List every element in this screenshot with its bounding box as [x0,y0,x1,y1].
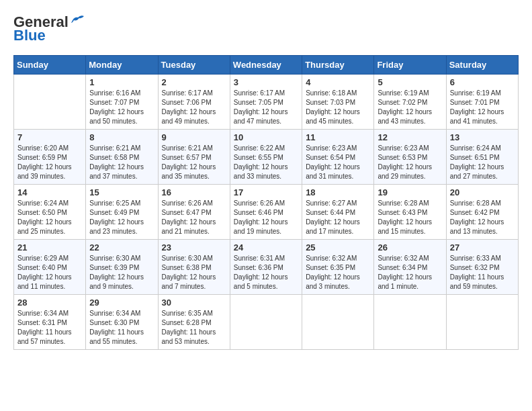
calendar-cell: 27Sunrise: 6:33 AM Sunset: 6:32 PM Dayli… [446,240,518,295]
calendar-cell: 8Sunrise: 6:21 AM Sunset: 6:58 PM Daylig… [86,130,158,185]
calendar-cell: 18Sunrise: 6:27 AM Sunset: 6:44 PM Dayli… [302,185,374,240]
day-info: Sunrise: 6:17 AM Sunset: 7:05 PM Dayligh… [234,89,298,126]
day-info: Sunrise: 6:24 AM Sunset: 6:50 PM Dayligh… [17,199,82,236]
day-number: 29 [89,298,154,308]
column-header-tuesday: Tuesday [158,56,230,75]
calendar-cell: 12Sunrise: 6:23 AM Sunset: 6:53 PM Dayli… [374,130,446,185]
calendar-cell: 20Sunrise: 6:28 AM Sunset: 6:42 PM Dayli… [446,185,518,240]
calendar-cell: 6Sunrise: 6:19 AM Sunset: 7:01 PM Daylig… [446,75,518,130]
day-number: 14 [17,187,82,197]
calendar-cell: 11Sunrise: 6:23 AM Sunset: 6:54 PM Dayli… [302,130,374,185]
calendar-cell: 2Sunrise: 6:17 AM Sunset: 7:06 PM Daylig… [158,75,230,130]
day-info: Sunrise: 6:28 AM Sunset: 6:43 PM Dayligh… [378,199,442,236]
day-number: 2 [162,77,226,87]
day-info: Sunrise: 6:18 AM Sunset: 7:03 PM Dayligh… [306,89,370,126]
calendar-cell: 7Sunrise: 6:20 AM Sunset: 6:59 PM Daylig… [14,130,86,185]
calendar-cell: 1Sunrise: 6:16 AM Sunset: 7:07 PM Daylig… [86,75,158,130]
calendar-cell [230,295,302,350]
calendar-table: SundayMondayTuesdayWednesdayThursdayFrid… [13,55,519,350]
day-info: Sunrise: 6:34 AM Sunset: 6:31 PM Dayligh… [17,309,82,347]
day-info: Sunrise: 6:19 AM Sunset: 7:02 PM Dayligh… [378,89,442,126]
day-info: Sunrise: 6:32 AM Sunset: 6:34 PM Dayligh… [378,254,442,291]
calendar-cell: 9Sunrise: 6:21 AM Sunset: 6:57 PM Daylig… [158,130,230,185]
calendar-cell: 24Sunrise: 6:31 AM Sunset: 6:36 PM Dayli… [230,240,302,295]
calendar-cell: 10Sunrise: 6:22 AM Sunset: 6:55 PM Dayli… [230,130,302,185]
day-info: Sunrise: 6:24 AM Sunset: 6:51 PM Dayligh… [450,144,515,181]
day-number: 8 [89,132,154,142]
calendar-week-5: 28Sunrise: 6:34 AM Sunset: 6:31 PM Dayli… [14,295,519,350]
calendar-cell [446,295,518,350]
logo-bird-icon [70,13,85,26]
day-number: 25 [306,242,370,253]
column-header-saturday: Saturday [446,56,518,75]
day-info: Sunrise: 6:21 AM Sunset: 6:58 PM Dayligh… [89,144,154,181]
day-number: 12 [378,132,442,142]
column-header-thursday: Thursday [302,56,374,75]
day-info: Sunrise: 6:23 AM Sunset: 6:54 PM Dayligh… [306,144,370,181]
day-number: 20 [450,187,515,197]
calendar-cell: 25Sunrise: 6:32 AM Sunset: 6:35 PM Dayli… [302,240,374,295]
calendar-cell [374,295,446,350]
day-info: Sunrise: 6:27 AM Sunset: 6:44 PM Dayligh… [306,199,370,236]
day-number: 13 [450,132,515,142]
calendar-week-4: 21Sunrise: 6:29 AM Sunset: 6:40 PM Dayli… [14,240,519,295]
column-header-friday: Friday [374,56,446,75]
logo: General Blue [13,13,85,44]
calendar-cell: 30Sunrise: 6:35 AM Sunset: 6:28 PM Dayli… [158,295,230,350]
day-number: 30 [162,298,226,308]
day-number: 18 [306,187,370,197]
day-number: 1 [89,77,154,87]
day-info: Sunrise: 6:32 AM Sunset: 6:35 PM Dayligh… [306,254,370,291]
day-info: Sunrise: 6:23 AM Sunset: 6:53 PM Dayligh… [378,144,442,181]
day-number: 23 [162,242,226,253]
day-info: Sunrise: 6:16 AM Sunset: 7:07 PM Dayligh… [89,89,154,126]
day-info: Sunrise: 6:29 AM Sunset: 6:40 PM Dayligh… [17,254,82,291]
day-info: Sunrise: 6:30 AM Sunset: 6:39 PM Dayligh… [89,254,154,291]
day-number: 16 [162,187,226,197]
day-info: Sunrise: 6:28 AM Sunset: 6:42 PM Dayligh… [450,199,515,236]
calendar-cell: 15Sunrise: 6:25 AM Sunset: 6:49 PM Dayli… [86,185,158,240]
calendar-week-2: 7Sunrise: 6:20 AM Sunset: 6:59 PM Daylig… [14,130,519,185]
day-info: Sunrise: 6:35 AM Sunset: 6:28 PM Dayligh… [162,309,226,347]
calendar-cell: 13Sunrise: 6:24 AM Sunset: 6:51 PM Dayli… [446,130,518,185]
calendar-cell: 23Sunrise: 6:30 AM Sunset: 6:38 PM Dayli… [158,240,230,295]
day-info: Sunrise: 6:19 AM Sunset: 7:01 PM Dayligh… [450,89,515,126]
day-number: 22 [89,242,154,253]
calendar-cell: 21Sunrise: 6:29 AM Sunset: 6:40 PM Dayli… [14,240,86,295]
day-info: Sunrise: 6:20 AM Sunset: 6:59 PM Dayligh… [17,144,82,181]
column-header-wednesday: Wednesday [230,56,302,75]
day-number: 17 [234,187,298,197]
day-info: Sunrise: 6:21 AM Sunset: 6:57 PM Dayligh… [162,144,226,181]
day-info: Sunrise: 6:22 AM Sunset: 6:55 PM Dayligh… [234,144,298,181]
calendar-week-3: 14Sunrise: 6:24 AM Sunset: 6:50 PM Dayli… [14,185,519,240]
day-info: Sunrise: 6:26 AM Sunset: 6:46 PM Dayligh… [234,199,298,236]
calendar-header-row: SundayMondayTuesdayWednesdayThursdayFrid… [14,56,519,75]
day-number: 28 [17,298,82,308]
calendar-cell: 22Sunrise: 6:30 AM Sunset: 6:39 PM Dayli… [86,240,158,295]
day-info: Sunrise: 6:33 AM Sunset: 6:32 PM Dayligh… [450,254,515,291]
day-info: Sunrise: 6:30 AM Sunset: 6:38 PM Dayligh… [162,254,226,291]
day-info: Sunrise: 6:26 AM Sunset: 6:47 PM Dayligh… [162,199,226,236]
day-number: 26 [378,242,442,253]
calendar-cell: 19Sunrise: 6:28 AM Sunset: 6:43 PM Dayli… [374,185,446,240]
calendar-cell: 3Sunrise: 6:17 AM Sunset: 7:05 PM Daylig… [230,75,302,130]
day-number: 7 [17,132,82,142]
calendar-cell: 28Sunrise: 6:34 AM Sunset: 6:31 PM Dayli… [14,295,86,350]
calendar-cell: 17Sunrise: 6:26 AM Sunset: 6:46 PM Dayli… [230,185,302,240]
day-info: Sunrise: 6:17 AM Sunset: 7:06 PM Dayligh… [162,89,226,126]
day-info: Sunrise: 6:25 AM Sunset: 6:49 PM Dayligh… [89,199,154,236]
day-number: 10 [234,132,298,142]
column-header-sunday: Sunday [14,56,86,75]
logo-blue: Blue [13,27,46,44]
day-number: 21 [17,242,82,253]
calendar-cell: 4Sunrise: 6:18 AM Sunset: 7:03 PM Daylig… [302,75,374,130]
calendar-cell [14,75,86,130]
day-info: Sunrise: 6:34 AM Sunset: 6:30 PM Dayligh… [89,309,154,347]
day-number: 19 [378,187,442,197]
calendar-cell: 16Sunrise: 6:26 AM Sunset: 6:47 PM Dayli… [158,185,230,240]
day-number: 5 [378,77,442,87]
calendar-week-1: 1Sunrise: 6:16 AM Sunset: 7:07 PM Daylig… [14,75,519,130]
day-number: 6 [450,77,515,87]
day-number: 9 [162,132,226,142]
page-header: General Blue [13,13,519,44]
